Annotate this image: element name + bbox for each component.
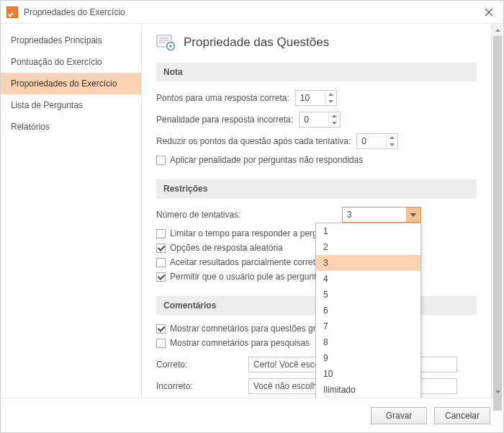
section-heading-nota: Nota: [156, 63, 477, 81]
partial-checkbox[interactable]: [156, 258, 166, 267]
scroll-down-button[interactable]: [492, 385, 503, 398]
svg-marker-15: [495, 29, 500, 32]
svg-marker-14: [410, 213, 416, 217]
attempts-option-10[interactable]: 10: [316, 366, 420, 382]
points-spin-down[interactable]: [325, 98, 336, 105]
svg-marker-16: [495, 390, 500, 393]
attempts-option-2[interactable]: 2: [316, 239, 420, 255]
dialog-body: Propriedades Principais Pontuação do Exe…: [1, 24, 503, 398]
scroll-thumb[interactable]: [493, 36, 502, 411]
cancel-button[interactable]: Cancelar: [434, 407, 490, 424]
field-points: Pontos para uma resposta correta:: [156, 90, 477, 106]
attempts-dropdown[interactable]: 3: [342, 207, 421, 223]
points-input-wrap: [295, 90, 337, 106]
penalty-spinner: [328, 112, 340, 127]
reduce-input-wrap: [356, 133, 398, 149]
show-survey-label: Mostrar comnetários para pesquisas: [170, 338, 310, 348]
reduce-spinner: [386, 134, 397, 148]
attempts-option-4[interactable]: 4: [316, 271, 420, 287]
reduce-label: Reduzir os pontos da questão após cada t…: [156, 136, 351, 146]
apply-penalty-checkbox[interactable]: [156, 156, 166, 165]
save-button[interactable]: Gravar: [371, 407, 427, 424]
random-checkbox[interactable]: [156, 244, 166, 253]
reduce-input[interactable]: [357, 134, 386, 148]
reduce-spin-up[interactable]: [387, 134, 397, 141]
sidebar: Propriedades Principais Pontuação do Exe…: [1, 24, 142, 398]
vertical-scrollbar[interactable]: [491, 24, 503, 398]
content-wrap: Propriedade das Questões Nota Pontos par…: [142, 24, 503, 398]
field-attempts: Número de tentativas: 3 1 2 3 4: [156, 207, 477, 223]
correct-label: Correto:: [156, 360, 243, 370]
penalty-spin-up[interactable]: [329, 112, 340, 120]
partial-label: Aceitar resultados parcialmente corretos: [170, 257, 325, 267]
scroll-up-button[interactable]: [492, 24, 503, 36]
dialog-window: Propriedades do Exercício Propriedades P…: [0, 0, 504, 433]
sidebar-item-reports[interactable]: Relatórios: [1, 116, 141, 138]
svg-marker-13: [390, 143, 395, 146]
penalty-label: Penalidade para resposta incorreta:: [156, 115, 293, 125]
attempts-option-9[interactable]: 9: [316, 350, 420, 366]
close-button[interactable]: [474, 1, 503, 23]
svg-marker-10: [332, 115, 337, 117]
penalty-input[interactable]: [300, 112, 328, 127]
attempts-option-1[interactable]: 1: [316, 223, 420, 239]
limit-time-label: Limitar o tempo para responder a pergunt…: [170, 228, 336, 238]
sidebar-item-question-list[interactable]: Lista de Perguntas: [1, 94, 141, 116]
points-label: Pontos para uma resposta correta:: [156, 93, 289, 103]
app-icon: [6, 6, 18, 18]
attempts-label: Número de tentativas:: [156, 210, 336, 220]
page-header: Propriedade das Questões: [156, 34, 477, 51]
page-header-icon: [156, 34, 176, 51]
sidebar-item-main-properties[interactable]: Propriedades Principais: [1, 30, 141, 51]
attempts-value: 3: [343, 207, 406, 222]
attempts-option-6[interactable]: 6: [316, 303, 420, 318]
field-reduce: Reduzir os pontos da questão após cada t…: [156, 133, 477, 149]
apply-penalty-row: Aplicar penalidade por perguntas não res…: [156, 155, 477, 165]
svg-marker-8: [328, 93, 333, 96]
attempts-dropdown-button[interactable]: [406, 207, 420, 222]
titlebar: Propriedades do Exercício: [1, 1, 503, 24]
chevron-down-icon: [410, 213, 416, 217]
attempts-option-unlimited[interactable]: Ilimitado: [316, 382, 420, 398]
field-penalty: Penalidade para resposta incorreta:: [156, 112, 477, 128]
section-heading-restricoes: Restrições: [156, 179, 477, 198]
close-icon: [485, 9, 492, 16]
svg-marker-11: [332, 122, 337, 125]
dialog-footer: Gravar Cancelar: [1, 398, 503, 432]
content: Propriedade das Questões Nota Pontos par…: [142, 24, 491, 398]
show-graded-checkbox[interactable]: [156, 324, 166, 334]
attempts-dropdown-list: 1 2 3 4 5 6 7 8 9 10 Ilimitado: [315, 223, 421, 398]
reduce-spin-down[interactable]: [387, 141, 397, 148]
skip-checkbox[interactable]: [156, 272, 166, 282]
page-title: Propriedade das Questões: [184, 35, 329, 50]
penalty-spin-down[interactable]: [329, 120, 340, 127]
penalty-input-wrap: [299, 112, 341, 128]
points-input[interactable]: [296, 91, 325, 105]
sidebar-item-exercise-properties[interactable]: Proporiedades do Exercício: [1, 73, 141, 94]
apply-penalty-label: Aplicar penalidade por perguntas não res…: [170, 155, 363, 165]
random-label: Opções de resposta aleatória: [170, 243, 283, 253]
points-spinner: [325, 91, 336, 105]
svg-point-7: [169, 45, 171, 47]
points-spin-up[interactable]: [325, 91, 336, 98]
attempts-option-8[interactable]: 8: [316, 334, 420, 350]
svg-marker-9: [328, 100, 333, 103]
sidebar-item-scoring[interactable]: Pontuação do Exercício: [1, 51, 141, 73]
attempts-option-7[interactable]: 7: [316, 318, 420, 334]
window-title: Propriedades do Exercício: [24, 7, 125, 17]
attempts-option-5[interactable]: 5: [316, 287, 420, 303]
svg-marker-12: [390, 136, 395, 139]
show-survey-checkbox[interactable]: [156, 339, 166, 348]
attempts-option-3[interactable]: 3: [316, 255, 420, 271]
incorrect-label: Incorreto:: [156, 381, 243, 391]
limit-time-checkbox[interactable]: [156, 229, 166, 238]
